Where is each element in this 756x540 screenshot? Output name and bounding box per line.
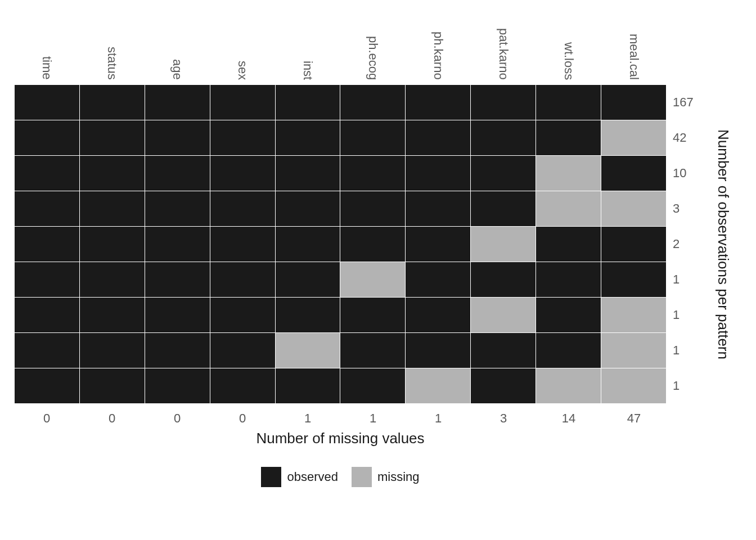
x-top-tick: time (14, 0, 79, 84)
heatmap-cell (210, 85, 275, 120)
heatmap-cell (145, 333, 210, 368)
heatmap-cell (15, 262, 80, 298)
x-top-tick: sex (210, 0, 275, 84)
x-bottom-tick: 0 (14, 407, 79, 430)
heatmap-cell (15, 191, 80, 227)
x-top-tick: pat.karno (471, 0, 536, 84)
heatmap-cell (471, 191, 536, 227)
heatmap-cell (79, 368, 145, 404)
y-right-tick-label: 42 (673, 130, 686, 145)
heatmap-cell (79, 85, 145, 120)
heatmap-cell (210, 298, 275, 333)
heatmap-cell (536, 191, 601, 227)
missingness-pattern-chart: timestatusagesexinstph.ecogph.karnopat.k… (0, 0, 756, 540)
x-top-tick-label: pat.karno (496, 28, 511, 84)
legend-item-missing: missing (352, 467, 420, 487)
heatmap-cell (79, 191, 145, 227)
heatmap-cell (536, 368, 601, 404)
y-right-tick: 1 (670, 368, 702, 404)
heatmap-cell (275, 368, 340, 404)
heatmap-row (15, 262, 667, 298)
y-right-tick: 1 (670, 262, 702, 298)
heatmap-cell (145, 85, 210, 120)
x-top-tick-label: time (39, 56, 54, 84)
y-right-tick-label: 2 (673, 237, 680, 251)
heatmap-cell (601, 85, 667, 120)
y-right-tick-label: 1 (673, 379, 680, 393)
heatmap-cell (340, 191, 406, 227)
heatmap-cell (275, 333, 340, 368)
heatmap-cell (471, 368, 536, 404)
x-bottom-tick: 0 (210, 407, 275, 430)
heatmap-body (15, 85, 667, 404)
x-bottom-tick-label: 1 (304, 411, 311, 426)
heatmap-cell (340, 298, 406, 333)
x-bottom-tick-label: 0 (239, 411, 246, 426)
y-right-tick-label: 1 (673, 343, 680, 358)
x-bottom-tick: 47 (601, 407, 667, 430)
heatmap-cell (79, 227, 145, 262)
heatmap-cell (275, 262, 340, 298)
heatmap-cell (210, 368, 275, 404)
y-axis-title-text: Number of observations per pattern (714, 129, 732, 359)
heatmap-cell (340, 368, 406, 404)
heatmap-cell (406, 120, 471, 156)
heatmap-cell (79, 333, 145, 368)
heatmap-cell (275, 120, 340, 156)
heatmap-cell (15, 368, 80, 404)
y-right-tick: 3 (670, 191, 702, 226)
heatmap-cell (601, 227, 667, 262)
heatmap-cell (471, 120, 536, 156)
legend-label-observed: observed (287, 470, 338, 484)
heatmap-cell (15, 227, 80, 262)
heatmap-cell (145, 191, 210, 227)
x-top-tick: status (79, 0, 145, 84)
y-axis-title: Number of observations per pattern (709, 84, 737, 404)
heatmap-cell (210, 227, 275, 262)
heatmap-cell (471, 85, 536, 120)
x-bottom-tick: 0 (145, 407, 210, 430)
heatmap-cell (406, 368, 471, 404)
x-bottom-tick: 1 (406, 407, 471, 430)
heatmap-cell (601, 156, 667, 191)
heatmap-cell (536, 227, 601, 262)
heatmap-row (15, 368, 667, 404)
heatmap-cell (145, 156, 210, 191)
heatmap-cell (275, 227, 340, 262)
heatmap-cell (406, 85, 471, 120)
x-bottom-tick: 1 (340, 407, 406, 430)
heatmap-cell (340, 85, 406, 120)
heatmap-row (15, 227, 667, 262)
heatmap-cell (210, 262, 275, 298)
heatmap-cell (15, 85, 80, 120)
x-axis-title: Number of missing values (14, 430, 667, 447)
heatmap-cell (79, 156, 145, 191)
heatmap-cell (275, 191, 340, 227)
chart-legend: observed missing (14, 467, 667, 487)
heatmap-row (15, 156, 667, 191)
heatmap-cell (340, 333, 406, 368)
x-bottom-tick-label: 3 (500, 411, 507, 426)
heatmap-cell (275, 85, 340, 120)
y-right-tick: 2 (670, 226, 702, 262)
heatmap-cell (536, 85, 601, 120)
heatmap-cell (145, 368, 210, 404)
x-axis-top-labels: timestatusagesexinstph.ecogph.karnopat.k… (14, 0, 667, 84)
x-bottom-tick: 14 (536, 407, 601, 430)
heatmap-cell (340, 227, 406, 262)
x-bottom-tick-label: 14 (562, 411, 575, 426)
y-right-tick: 1 (670, 298, 702, 333)
heatmap-cell (471, 227, 536, 262)
heatmap-cell (601, 191, 667, 227)
heatmap-cell (145, 227, 210, 262)
heatmap-cell (471, 156, 536, 191)
x-top-tick: inst (275, 0, 340, 84)
x-top-tick-label: inst (300, 61, 315, 84)
heatmap-row (15, 191, 667, 227)
y-axis-right-labels: 1674210321111 (670, 84, 700, 404)
x-bottom-tick-label: 1 (370, 411, 376, 426)
heatmap-cell (536, 333, 601, 368)
heatmap-cell (601, 120, 667, 156)
heatmap-cell (601, 368, 667, 404)
x-bottom-tick-label: 0 (43, 411, 50, 426)
